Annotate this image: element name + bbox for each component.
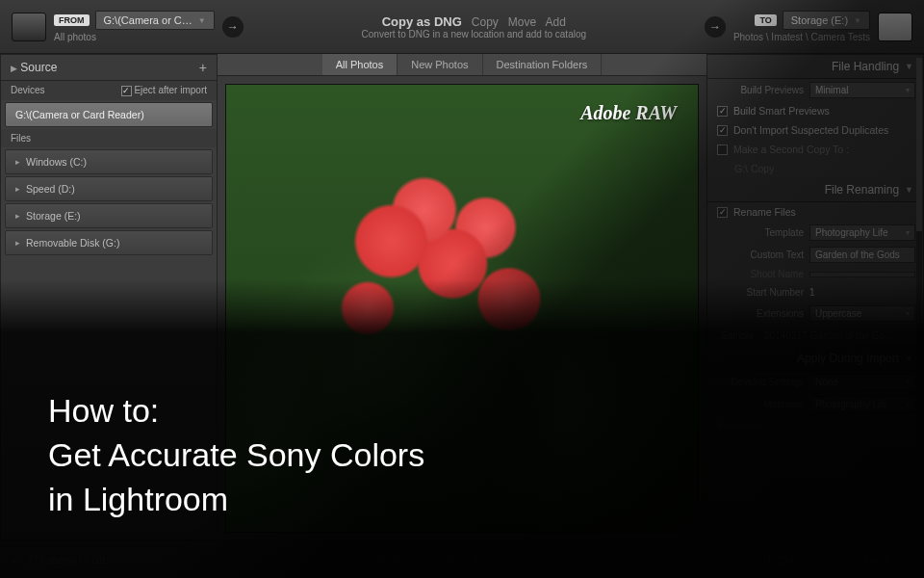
top-center: Copy as DNG Copy Move Add Convert to DNG… (251, 14, 697, 39)
smart-previews-checkbox[interactable] (717, 106, 728, 117)
start-number-label: Start Number (715, 287, 804, 298)
triangle-down-icon: ▼ (905, 62, 913, 71)
build-previews-select[interactable]: Minimal▾ (809, 82, 915, 98)
build-previews-value: Minimal (815, 85, 848, 95)
caret-icon: ▼ (854, 16, 861, 25)
keywords-value: Garden of the Gods (717, 433, 806, 444)
top-bar: FROM G:\(Camera or C…▼ All photos → Copy… (0, 0, 924, 54)
from-path-select[interactable]: G:\(Camera or C…▼ (95, 11, 215, 30)
to-path-select[interactable]: Storage (E:)▼ (783, 11, 870, 30)
to-sub: Photos \ Imatest \ Camera Tests (733, 32, 870, 42)
devices-row: Devices Eject after import (1, 81, 217, 100)
caret-icon: ▾ (906, 228, 910, 237)
drive-item[interactable]: ▸Speed (D:) (5, 176, 213, 201)
shoot-name-input[interactable] (809, 272, 915, 277)
dupes-checkbox[interactable] (717, 125, 728, 136)
device-item[interactable]: G:\(Camera or Card Reader) (5, 102, 213, 127)
extensions-value: Uppercase (815, 308, 861, 319)
scrollbar[interactable] (916, 58, 922, 511)
chevron-right-icon: ▸ (15, 211, 20, 221)
source-title: Source (20, 61, 57, 74)
center-tabs: All Photos New Photos Destination Folder… (218, 54, 706, 76)
action-add[interactable]: Add (546, 15, 566, 29)
arrow-right-icon[interactable]: → (222, 16, 244, 38)
tab-all-photos[interactable]: All Photos (322, 54, 398, 75)
tutorial-title: How to:Get Accurate Sony Colorsin Lightr… (48, 389, 424, 522)
tab-dest-folders[interactable]: Destination Folders (483, 54, 603, 75)
drive-text: Speed (D:) (26, 183, 75, 195)
drive-text: Storage (E:) (26, 210, 81, 222)
rename-label: Rename Files (733, 206, 796, 218)
template-select[interactable]: Photography Life▾ (809, 224, 915, 241)
metadata-label: Metadata (715, 399, 804, 409)
from-path-text: G:\(Camera or C… (104, 14, 192, 26)
status-text: 273 photos / 7 GB (28, 555, 106, 565)
tab-new-photos[interactable]: New Photos (398, 54, 482, 75)
smart-previews-label: Build Smart Previews (733, 105, 830, 117)
sample-label: Sample : (721, 330, 758, 341)
drive-item[interactable]: ▸Storage (E:) (5, 203, 213, 228)
bottom-bar: ▶ 273 photos / 7 GB Import Preset : None… (0, 541, 924, 578)
source-header[interactable]: ▶ Source + (1, 55, 217, 81)
custom-text-input[interactable]: Garden of the Gods (809, 247, 915, 263)
shoot-name-label: Shoot Name (715, 269, 804, 279)
drive-text: Removable Disk (G:) (26, 237, 119, 249)
preset-value[interactable]: None ▾ (447, 555, 477, 565)
plus-icon[interactable]: + (199, 60, 207, 75)
eject-checkbox[interactable] (121, 86, 132, 96)
rename-checkbox[interactable] (717, 207, 728, 218)
caret-icon: ▾ (906, 86, 910, 94)
develop-label: Develop Settings (715, 377, 804, 387)
file-renaming-header[interactable]: File Renaming ▼ (707, 178, 923, 202)
extensions-label: Extensions (715, 308, 804, 319)
arrow-right-icon-2[interactable]: → (705, 16, 726, 38)
caret-icon: ▾ (906, 378, 910, 386)
build-previews-label: Build Previews (715, 85, 804, 95)
dest-drive-icon (878, 13, 912, 41)
caret-icon: ▼ (198, 16, 206, 25)
files-row: Files (1, 129, 217, 147)
drive-item[interactable]: ▸Windows (C:) (5, 149, 213, 174)
second-copy-label: Make a Second Copy To : (733, 144, 849, 155)
caret-icon: ▾ (906, 400, 910, 408)
caret-icon: ▾ (906, 309, 910, 318)
dupes-label: Don't Import Suspected Duplicates (733, 124, 888, 136)
custom-text-value: Garden of the Gods (815, 250, 900, 260)
apply-header[interactable]: Apply During Import ▼ (707, 347, 923, 371)
from-sub: All photos (54, 32, 215, 42)
template-label: Template (715, 227, 804, 238)
action-move[interactable]: Move (508, 15, 536, 29)
extensions-select[interactable]: Uppercase▾ (809, 305, 915, 322)
sample-row: Sample : 20140217-Garden of the Go… (711, 327, 919, 345)
file-handling-title: File Handling (832, 60, 899, 73)
from-badge: FROM (54, 14, 90, 26)
devices-label: Devices (11, 85, 45, 95)
file-handling-header[interactable]: File Handling ▼ (707, 55, 923, 79)
template-value: Photography Life (815, 227, 888, 238)
second-copy-checkbox[interactable] (717, 144, 728, 155)
import-button[interactable]: Import (746, 547, 823, 572)
develop-select[interactable]: None▾ (809, 374, 915, 390)
chevron-right-icon: ▸ (15, 157, 20, 167)
preset-label: Import Preset : (374, 555, 438, 565)
scroll-thumb[interactable] (916, 58, 922, 231)
expand-icon[interactable]: ▶ (12, 555, 18, 565)
drive-item[interactable]: ▸Removable Disk (G:) (5, 230, 213, 255)
metadata-select[interactable]: Photography Life▾ (809, 396, 915, 412)
source-drive-icon (12, 13, 46, 41)
triangle-icon: ▶ (11, 64, 17, 73)
to-path-text: Storage (E:) (791, 14, 848, 26)
file-renaming-title: File Renaming (825, 183, 899, 197)
cancel-button[interactable]: Cancel (833, 547, 912, 572)
triangle-down-icon: ▼ (905, 354, 913, 363)
preset-value-text: None (447, 555, 470, 565)
triangle-down-icon: ▼ (905, 185, 913, 195)
action-copy-dng[interactable]: Copy as DNG (382, 14, 462, 29)
second-copy-path: G:\ Copy (734, 163, 774, 174)
action-copy[interactable]: Copy (472, 15, 499, 29)
sample-value: 20140217-Garden of the Go… (764, 330, 894, 341)
chevron-right-icon: ▸ (15, 238, 20, 248)
apply-title: Apply During Import (797, 352, 899, 365)
start-number-value: 1 (809, 285, 915, 300)
device-text: G:\(Camera or Card Reader) (15, 109, 144, 120)
